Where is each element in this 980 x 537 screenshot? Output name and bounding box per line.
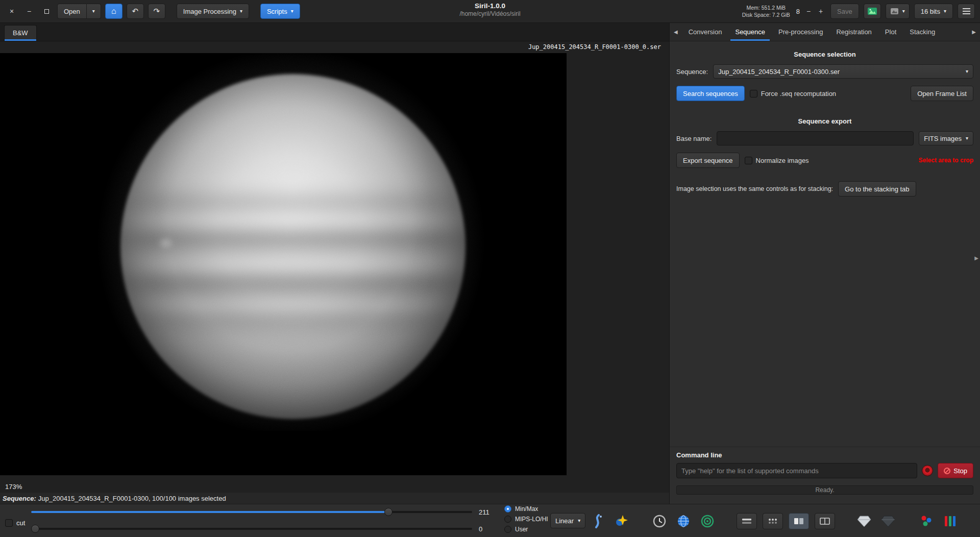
radio-mips-control[interactable] xyxy=(504,516,511,523)
tabs-scroll-left-icon[interactable]: ◀ xyxy=(670,23,682,41)
sequence-status-label: Sequence: xyxy=(3,495,36,502)
chevron-down-icon: ▾ xyxy=(578,518,580,523)
low-threshold-slider[interactable] xyxy=(31,525,472,533)
snapshot-button[interactable] xyxy=(864,4,881,19)
display-mode-radios: Min/Max MIPS-LO/HI User xyxy=(504,505,548,533)
sequence-status-value: Jup_200415_204534_R_F0001-0300, 100/100 … xyxy=(38,495,226,502)
tab-stacking[interactable]: Stacking xyxy=(903,23,942,41)
minimize-button[interactable]: − xyxy=(22,5,36,18)
display-selector-button[interactable]: ▾ xyxy=(886,4,910,19)
crop-hint-label: Select area to crop xyxy=(919,157,973,164)
command-indicator-icon[interactable] xyxy=(922,465,933,476)
home-icon: ⌂ xyxy=(111,7,116,16)
app-title: Siril-1.0.0 xyxy=(459,2,520,10)
tab-sequence[interactable]: Sequence xyxy=(728,23,772,41)
gem-light-icon[interactable] xyxy=(855,512,873,530)
image-filename-label: Jup_200415_204534_R_F0001-0300_0.ser xyxy=(528,43,661,51)
gem-dark-icon[interactable] xyxy=(879,512,897,530)
image-canvas[interactable]: Jup_200415_204534_R_F0001-0300_0.ser xyxy=(0,41,669,493)
image-display[interactable] xyxy=(0,53,567,475)
open-recent-button[interactable]: ▾ xyxy=(87,4,101,19)
cut-checkbox[interactable] xyxy=(5,519,13,527)
cut-option[interactable]: cut xyxy=(5,519,25,527)
view-toggle-3[interactable] xyxy=(789,513,809,529)
rgb-compose-icon[interactable] xyxy=(917,512,936,530)
go-to-stacking-button[interactable]: Go to the stacking tab xyxy=(838,181,916,197)
display-controls-bar: cut 211 0 Min/Max MIPS-LO/HI User xyxy=(0,504,980,537)
increase-button[interactable]: + xyxy=(816,6,826,16)
high-slider-knob[interactable] xyxy=(384,508,393,516)
bit-depth-dropdown[interactable]: 16 bits ▾ xyxy=(914,4,953,19)
header-bar: × − Open ▾ ⌂ ↶ ↷ Image Processing ▾ Scri… xyxy=(0,0,980,23)
menu-button[interactable] xyxy=(958,4,975,19)
image-processing-button[interactable]: Image Processing ▾ xyxy=(177,4,249,19)
tabs-scroll-right-icon[interactable]: ▶ xyxy=(968,23,980,41)
progress-bar: Ready. xyxy=(676,485,973,495)
image-grain xyxy=(97,53,485,431)
globe-icon[interactable] xyxy=(674,512,693,530)
radio-user[interactable]: User xyxy=(504,526,548,533)
sequence-dropdown[interactable]: Jup_200415_204534_R_F0001-0300.ser ▾ xyxy=(713,64,973,79)
open-frame-list-button[interactable]: Open Frame List xyxy=(911,86,973,101)
status-text: Ready. xyxy=(815,486,834,494)
chevron-down-icon: ▾ xyxy=(966,136,968,141)
view-toggle-2[interactable] xyxy=(763,513,783,529)
undo-button[interactable]: ↶ xyxy=(127,4,144,19)
open-split-button: Open ▾ xyxy=(57,4,101,19)
low-slider-knob[interactable] xyxy=(31,525,39,533)
photometry-star-icon[interactable] xyxy=(612,512,630,530)
tab-conversion[interactable]: Conversion xyxy=(682,23,729,41)
stacking-note: Image selection uses the same controls a… xyxy=(676,185,833,192)
disk-label: Disk Space: 7.2 GiB xyxy=(742,11,790,18)
window-title: Siril-1.0.0 /home/cyril/Vidéos/siril xyxy=(459,2,520,17)
wand-icon[interactable] xyxy=(588,512,606,530)
command-line-heading: Command line xyxy=(676,451,973,459)
clock-icon[interactable] xyxy=(650,512,669,530)
target-icon[interactable] xyxy=(698,512,717,530)
chevron-down-icon: ▾ xyxy=(240,9,242,14)
force-seq-recompute-checkbox[interactable] xyxy=(750,90,757,97)
decrease-button[interactable]: − xyxy=(803,6,814,16)
home-button[interactable]: ⌂ xyxy=(105,4,122,19)
redo-button[interactable]: ↷ xyxy=(148,4,165,19)
normalize-images-label: Normalize images xyxy=(756,157,809,164)
base-name-input[interactable] xyxy=(717,131,914,145)
tab-plot[interactable]: Plot xyxy=(878,23,903,41)
search-sequences-button[interactable]: Search sequences xyxy=(676,86,745,101)
view-toggle-1[interactable] xyxy=(737,513,757,529)
export-sequence-button[interactable]: Export sequence xyxy=(676,153,740,168)
close-button[interactable]: × xyxy=(5,5,18,18)
hamburger-icon xyxy=(963,8,970,14)
radio-user-control[interactable] xyxy=(504,526,511,533)
panel-collapse-handle[interactable]: ▶ xyxy=(974,255,978,261)
save-button[interactable]: Save xyxy=(830,4,859,19)
stop-icon xyxy=(944,468,950,474)
high-threshold-slider[interactable] xyxy=(31,508,472,516)
maximize-button[interactable] xyxy=(40,5,53,18)
command-line-section: Command line Stop xyxy=(670,447,980,480)
tab-registration[interactable]: Registration xyxy=(829,23,878,41)
sequence-status-bar: Sequence: Jup_200415_204534_R_F0001-0300… xyxy=(0,493,669,504)
rgb-align-icon[interactable] xyxy=(941,512,960,530)
radio-minmax[interactable]: Min/Max xyxy=(504,505,548,512)
image-count-spin: 8 − + xyxy=(795,6,826,16)
right-panel: ◀ Conversion Sequence Pre-processing Reg… xyxy=(669,23,980,504)
stop-button[interactable]: Stop xyxy=(938,463,973,478)
normalize-images-checkbox[interactable] xyxy=(745,157,752,164)
scripts-button[interactable]: Scripts ▾ xyxy=(260,4,300,19)
sequence-selection-heading: Sequence selection xyxy=(676,51,973,58)
scale-mode-dropdown[interactable]: Linear ▾ xyxy=(550,513,585,528)
bottom-toolbar: A xyxy=(588,504,980,537)
open-button[interactable]: Open xyxy=(57,4,87,19)
tab-pre-processing[interactable]: Pre-processing xyxy=(772,23,829,41)
force-seq-recompute[interactable]: Force .seq recomputation xyxy=(750,90,836,97)
tab-bw[interactable]: B&W xyxy=(4,25,37,41)
view-toggle-4[interactable] xyxy=(815,513,835,529)
command-input[interactable] xyxy=(676,463,917,478)
chevron-down-icon: ▾ xyxy=(966,69,968,74)
export-format-dropdown[interactable]: FITS images ▾ xyxy=(919,131,973,145)
picture-icon xyxy=(890,8,899,15)
radio-minmax-control[interactable] xyxy=(504,505,511,512)
normalize-images[interactable]: Normalize images xyxy=(745,157,809,164)
radio-mips[interactable]: MIPS-LO/HI xyxy=(504,516,548,523)
